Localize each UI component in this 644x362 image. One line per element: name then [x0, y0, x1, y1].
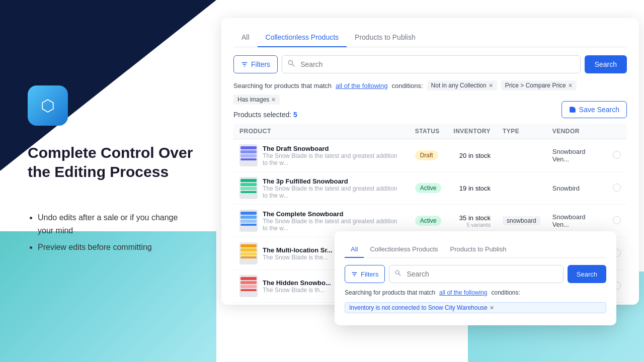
status-cell-0: Draft [409, 139, 448, 172]
product-cell-0: The Draft Snowboard The Snow Blade is th… [233, 139, 409, 172]
filter-icon [241, 61, 248, 68]
floating-tag-remove-0[interactable]: ✕ [490, 305, 494, 311]
product-name-0: The Draft Snowboard [263, 145, 403, 152]
bullet-item-1: Undo edits after a sale or if you change… [38, 211, 194, 237]
logo-container: ⬡ [28, 85, 68, 126]
floating-search-row: Filters Search [345, 265, 606, 283]
product-thumb-0 [239, 144, 258, 166]
filter-button[interactable]: Filters [233, 55, 278, 73]
product-name-2: The Complete Snowboard [263, 210, 403, 218]
floating-tab-publish[interactable]: Products to Publish [444, 241, 513, 258]
product-name-3: The Multi-location Sr... [263, 246, 333, 254]
col-status: STATUS [409, 124, 448, 139]
floating-tag-inventory: Inventory is not connected to Snow City … [345, 302, 606, 313]
floating-search-input[interactable] [407, 265, 562, 283]
tag-price: Price > Compare Price ✕ [501, 80, 577, 90]
floating-tabs: All Collectionless Products Products to … [345, 241, 606, 258]
row-radio-2[interactable] [613, 216, 621, 224]
product-name-4: The Hidden Snowbo... [263, 279, 331, 287]
floating-conditions-row: Searching for products that match all of… [345, 289, 606, 296]
product-desc-2: The Snow Blade is the latest and greates… [263, 218, 403, 232]
conditions-suffix: conditions: [391, 82, 423, 89]
floating-tags-row: Inventory is not connected to Snow City … [345, 302, 606, 313]
conditions-link[interactable]: all of the following [336, 82, 387, 89]
vendor-cell-1: Snowbird [546, 172, 607, 205]
inventory-count-1: 19 in stock [453, 185, 491, 192]
floating-conditions-link[interactable]: all of the following [439, 289, 487, 296]
floating-filter-icon [351, 271, 358, 278]
floating-search-wrap [389, 265, 563, 283]
inventory-cell-1: 19 in stock [447, 172, 497, 205]
save-search-button[interactable]: Save Search [561, 101, 627, 118]
product-desc-1: The Snow Blade is the latest and greates… [263, 185, 403, 199]
bullet-item-2: Preview edits before committing [38, 241, 194, 254]
save-icon [569, 106, 576, 113]
logo-icon: ⬡ [41, 96, 55, 115]
left-panel: ⬡ Complete Control Over the Editing Proc… [0, 0, 216, 362]
status-badge-0: Draft [415, 150, 438, 160]
status-badge-1: Active [415, 183, 442, 193]
col-vendor: VENDOR [546, 124, 607, 139]
floating-card: All Collectionless Products Products to … [335, 231, 616, 325]
tag-remove-0[interactable]: ✕ [489, 82, 493, 89]
col-radio [607, 124, 627, 139]
col-inventory: INVENTORY [447, 124, 497, 139]
row-select-1[interactable] [607, 172, 627, 205]
search-input[interactable] [300, 56, 580, 73]
conditions-text: Searching for products that match [233, 82, 332, 89]
product-desc-0: The Snow Blade is the latest and greates… [263, 152, 403, 166]
tag-not-in-collection: Not in any Collection ✕ [427, 80, 497, 90]
search-input-wrap [282, 55, 581, 73]
table-row: The 3p Fulfilled Snowboard The Snow Blad… [233, 172, 627, 205]
product-name-1: The 3p Fulfilled Snowboard [263, 177, 403, 185]
type-cell-0 [497, 139, 546, 172]
product-desc-3: The Snow Blade is the... [263, 254, 333, 261]
floating-search-icon [389, 269, 407, 279]
row-select-0[interactable] [607, 139, 627, 172]
search-button[interactable]: Search [585, 55, 627, 73]
floating-filter-button[interactable]: Filters [345, 265, 385, 283]
product-thumb-1 [239, 177, 258, 199]
search-row: Filters Search [233, 55, 627, 73]
tab-publish[interactable]: Products to Publish [347, 28, 424, 47]
search-icon [282, 59, 300, 69]
inventory-sub-2: 5 variants [453, 222, 491, 228]
vendor-cell-0: Snowboard Ven... [546, 139, 607, 172]
row-radio-0[interactable] [613, 151, 621, 159]
floating-conditions-suffix: conditions: [491, 289, 520, 296]
inventory-count-0: 20 in stock [453, 152, 491, 159]
col-product: PRODUCT [233, 124, 409, 139]
product-thumb-2 [239, 210, 258, 232]
tab-all[interactable]: All [233, 28, 258, 47]
type-cell-1 [497, 172, 546, 205]
col-type: TYPE [497, 124, 546, 139]
table-row: The Draft Snowboard The Snow Blade is th… [233, 139, 627, 172]
main-tabs: All Collectionless Products Products to … [233, 28, 627, 47]
floating-tab-all[interactable]: All [345, 241, 364, 258]
bullet-list: Undo edits after a sale or if you change… [28, 211, 194, 258]
tag-has-images: Has images ✕ [233, 95, 280, 105]
floating-tab-collectionless[interactable]: Collectionless Products [364, 241, 444, 258]
tag-remove-1[interactable]: ✕ [568, 82, 573, 89]
tag-remove-2[interactable]: ✕ [271, 97, 276, 103]
inventory-count-2: 35 in stock [453, 214, 491, 222]
row-radio-1[interactable] [613, 184, 621, 192]
heading: Complete Control Over the Editing Proces… [28, 143, 194, 181]
product-cell-1: The 3p Fulfilled Snowboard The Snow Blad… [233, 172, 409, 205]
tab-collectionless[interactable]: Collectionless Products [258, 28, 347, 47]
product-thumb-4 [239, 275, 258, 297]
product-thumb-3 [239, 242, 258, 264]
floating-search-button[interactable]: Search [568, 265, 606, 283]
floating-conditions-text: Searching for products that match [345, 289, 435, 296]
logo-box: ⬡ [28, 85, 68, 126]
status-cell-1: Active [409, 172, 448, 205]
inventory-cell-0: 20 in stock [447, 139, 497, 172]
status-badge-2: Active [415, 216, 442, 226]
product-desc-4: The Snow Blade is th... [263, 287, 331, 294]
type-tag-2: snowboard [503, 216, 540, 225]
